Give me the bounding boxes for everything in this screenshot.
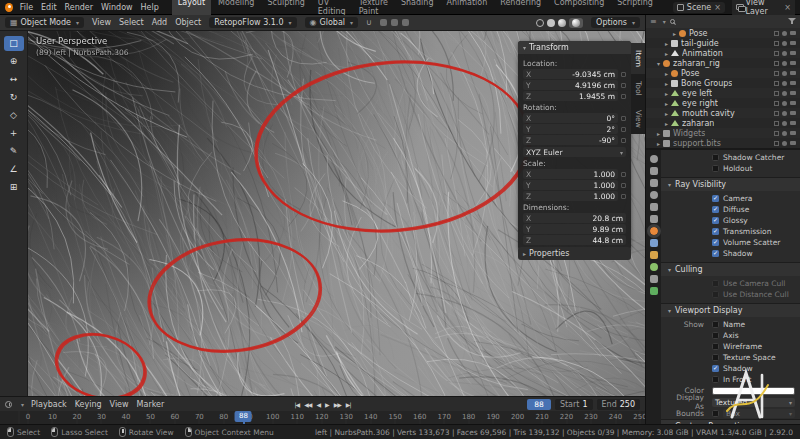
checkbox-name[interactable] bbox=[712, 321, 719, 328]
lock-icon[interactable] bbox=[621, 183, 626, 188]
checkbox-bounds[interactable] bbox=[712, 410, 719, 417]
filter-icon[interactable] bbox=[788, 18, 796, 25]
checkbox-shadow[interactable] bbox=[712, 365, 719, 372]
transform-orientation-dropdown[interactable]: ◉ Global bbox=[305, 17, 359, 28]
section-header-viewport-display[interactable]: Viewport Display bbox=[661, 303, 800, 317]
snap-magnet-icon[interactable]: ∪ bbox=[366, 19, 372, 27]
properties-tab-constraints[interactable] bbox=[650, 275, 658, 283]
outliner-item[interactable]: Animation bbox=[646, 48, 800, 58]
frame-start-field[interactable]: Start 1 bbox=[555, 399, 593, 410]
properties-tab-tool[interactable] bbox=[650, 155, 658, 163]
lock-icon[interactable] bbox=[621, 194, 626, 199]
selectable-checkbox[interactable] bbox=[774, 51, 779, 56]
menu-file[interactable]: File bbox=[20, 3, 33, 12]
section-header-ray-visibility[interactable]: Ray Visibility bbox=[661, 177, 800, 191]
transform-panel-header[interactable]: Transform bbox=[518, 41, 631, 54]
viewport-menu-select[interactable]: Select bbox=[119, 18, 144, 27]
expand-icon[interactable] bbox=[657, 140, 660, 147]
render-camera-icon[interactable] bbox=[790, 91, 796, 95]
checkbox-texture-space[interactable] bbox=[712, 354, 719, 361]
hide-eye-icon[interactable] bbox=[782, 41, 787, 46]
menu-window[interactable]: Window bbox=[101, 3, 133, 12]
properties-tab-physics[interactable] bbox=[650, 263, 658, 271]
dimensions-y-field[interactable]: Y9.89 cm bbox=[523, 224, 626, 234]
tool-annotate[interactable]: ✎ bbox=[4, 144, 24, 159]
outliner-item[interactable]: eye left bbox=[646, 88, 800, 98]
outliner-item[interactable]: zaharan bbox=[646, 118, 800, 128]
retopoflow-dropdown[interactable]: RetopoFlow 3.1.0 bbox=[209, 17, 296, 28]
scene-selector[interactable]: Scene bbox=[673, 2, 725, 13]
properties-tab-output[interactable] bbox=[650, 179, 658, 187]
checkbox-in-front[interactable] bbox=[712, 376, 719, 383]
expand-icon[interactable] bbox=[657, 130, 660, 137]
dimensions-x-field[interactable]: X20.8 cm bbox=[523, 213, 626, 223]
viewport-menu-add[interactable]: Add bbox=[152, 18, 168, 27]
jump-to-start-button[interactable]: |◀ bbox=[295, 401, 300, 408]
hide-eye-icon[interactable] bbox=[782, 81, 787, 86]
shading-wireframe-icon[interactable] bbox=[536, 19, 544, 27]
checkbox-wireframe[interactable] bbox=[712, 343, 719, 350]
render-camera-icon[interactable] bbox=[790, 51, 796, 55]
play-reverse-button[interactable]: ◀ bbox=[316, 401, 320, 408]
expand-icon[interactable] bbox=[665, 90, 668, 97]
checkbox-shadow-catcher[interactable] bbox=[712, 154, 719, 161]
scale-y-field[interactable]: Y1.000 bbox=[523, 180, 618, 190]
lock-icon[interactable] bbox=[621, 172, 626, 177]
selectable-checkbox[interactable] bbox=[774, 141, 779, 146]
scale-x-field[interactable]: X1.000 bbox=[523, 169, 618, 179]
expand-icon[interactable] bbox=[665, 80, 668, 87]
playhead-frame-badge[interactable]: 88 bbox=[235, 411, 252, 422]
checkbox-volume-scatter[interactable] bbox=[712, 239, 719, 246]
tool-cursor[interactable]: ⊕ bbox=[4, 54, 24, 69]
render-camera-icon[interactable] bbox=[790, 131, 796, 135]
checkbox-glossy[interactable] bbox=[712, 217, 719, 224]
shading-material-icon[interactable] bbox=[558, 19, 566, 27]
checkbox-camera[interactable] bbox=[712, 195, 719, 202]
tool-move[interactable]: ↔ bbox=[4, 72, 24, 87]
render-camera-icon[interactable] bbox=[790, 101, 796, 105]
selectable-checkbox[interactable] bbox=[774, 91, 779, 96]
hide-eye-icon[interactable] bbox=[782, 101, 787, 106]
view-layer-unlink-icon[interactable] bbox=[784, 3, 791, 12]
play-button[interactable]: ▶ bbox=[325, 401, 329, 408]
outliner-item[interactable]: zaharan_rig bbox=[646, 58, 800, 68]
tool-rotate[interactable]: ↻ bbox=[4, 90, 24, 105]
timeline-ruler[interactable]: 0102030405060708090100110120130140150160… bbox=[0, 411, 645, 424]
blender-logo-icon[interactable] bbox=[5, 3, 13, 12]
menu-render[interactable]: Render bbox=[65, 3, 93, 12]
hide-eye-icon[interactable] bbox=[782, 31, 787, 36]
hide-eye-icon[interactable] bbox=[782, 121, 787, 126]
expand-icon[interactable] bbox=[673, 30, 676, 37]
tool-add-cube[interactable]: ⊞ bbox=[4, 180, 24, 195]
lock-icon[interactable] bbox=[621, 138, 626, 143]
scene-unlink-icon[interactable] bbox=[714, 3, 721, 12]
timeline-menu-marker[interactable]: Marker bbox=[137, 400, 165, 409]
checkbox-use-distance-cull[interactable] bbox=[712, 291, 719, 298]
jump-to-end-button[interactable]: ▶| bbox=[346, 401, 351, 408]
outliner-item[interactable]: Pose bbox=[646, 28, 800, 38]
selectable-checkbox[interactable] bbox=[774, 61, 779, 66]
expand-icon[interactable] bbox=[665, 110, 668, 117]
selectable-checkbox[interactable] bbox=[774, 131, 779, 136]
hide-eye-icon[interactable] bbox=[782, 61, 787, 66]
outliner-item[interactable]: support.bits bbox=[646, 138, 800, 148]
selectable-checkbox[interactable] bbox=[774, 101, 779, 106]
search-icon[interactable] bbox=[670, 19, 675, 24]
properties-tab-modifiers[interactable] bbox=[650, 239, 658, 247]
checkbox-holdout[interactable] bbox=[712, 165, 719, 172]
menu-edit[interactable]: Edit bbox=[41, 3, 57, 12]
sidebar-tab-tool[interactable]: Tool bbox=[631, 74, 645, 103]
properties-tab-particles[interactable] bbox=[650, 251, 658, 259]
lock-icon[interactable] bbox=[621, 72, 626, 77]
properties-tab-scene[interactable] bbox=[650, 203, 658, 211]
expand-icon[interactable] bbox=[665, 40, 668, 47]
expand-icon[interactable] bbox=[665, 120, 668, 127]
render-camera-icon[interactable] bbox=[790, 71, 796, 75]
selectable-checkbox[interactable] bbox=[774, 121, 779, 126]
prev-keyframe-button[interactable]: ◀◀ bbox=[304, 401, 311, 408]
properties-tab-view-layer[interactable] bbox=[650, 191, 658, 199]
checkbox-shadow[interactable] bbox=[712, 250, 719, 257]
properties-collapsed-panel[interactable]: Properties bbox=[518, 247, 631, 260]
checkbox-use-camera-cull[interactable] bbox=[712, 280, 719, 287]
rotation-z-field[interactable]: Z-90° bbox=[523, 135, 618, 145]
